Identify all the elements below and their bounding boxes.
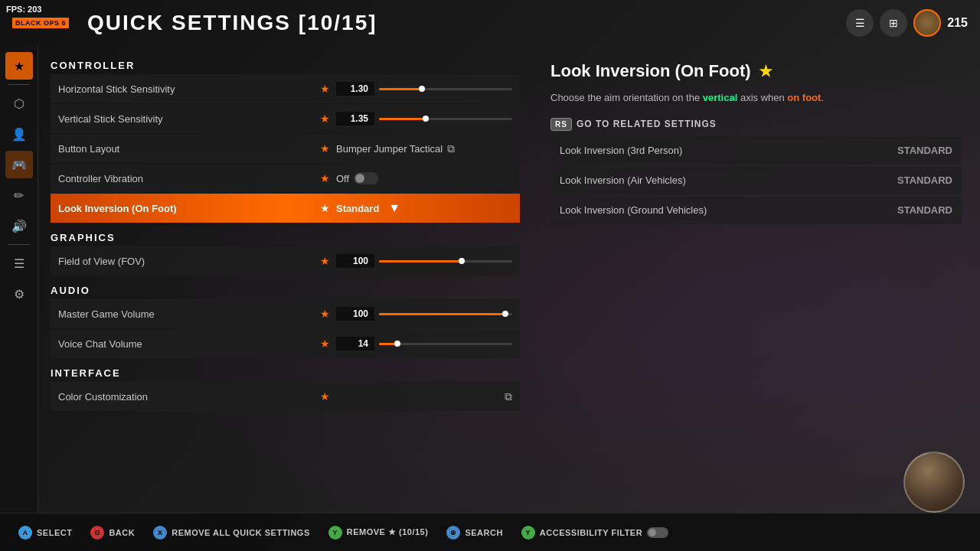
setting-voice-chat-volume[interactable]: Voice Chat Volume ★ 14 <box>51 329 520 358</box>
star-icon: ★ <box>320 83 330 95</box>
sidebar-item-profile[interactable]: 👤 <box>5 120 33 148</box>
related-item-name: Look Inversion (3rd Person) <box>560 145 682 156</box>
external-link-icon: ⧉ <box>505 390 512 403</box>
slider-thumb <box>394 341 400 347</box>
action-remove-all-label: REMOVE ALL QUICK SETTINGS <box>172 528 310 537</box>
external-link-icon: ⧉ <box>447 142 455 155</box>
slider-thumb <box>502 311 508 317</box>
setting-value-box: Bumper Jumper Tactical ⧉ <box>336 142 512 155</box>
avatar <box>913 9 941 37</box>
btn-y-badge: Y <box>328 526 342 540</box>
setting-look-inversion[interactable]: Look Inversion (On Foot) ★ Standard ▼ <box>51 194 520 223</box>
currency-display: 215 <box>947 16 968 30</box>
setting-value-box: 1.35 <box>336 112 512 126</box>
section-graphics: GRAPHICS <box>51 232 520 243</box>
page-title: QUICK SETTINGS [10/15] <box>87 11 377 35</box>
graphics-settings-list: Field of View (FOV) ★ 100 <box>51 246 520 276</box>
panel-title: Look Inversion (On Foot) ★ <box>550 61 962 81</box>
related-item-name: Look Inversion (Air Vehicles) <box>560 174 686 186</box>
setting-controller-vibration[interactable]: Controller Vibration ★ Off <box>51 164 520 193</box>
slider-track[interactable] <box>379 343 512 345</box>
action-select-label: SELECT <box>37 528 72 537</box>
setting-label: Field of View (FOV) <box>58 256 314 267</box>
slider-thumb <box>459 258 465 264</box>
top-bar: BLACK OPS 6 QUICK SETTINGS [10/15] ☰ ⊞ 2… <box>0 0 980 46</box>
sidebar-item-list[interactable]: ☰ <box>5 249 33 277</box>
setting-button-layout[interactable]: Button Layout ★ Bumper Jumper Tactical ⧉ <box>51 134 520 163</box>
action-remove-all[interactable]: X REMOVE ALL QUICK SETTINGS <box>153 526 310 540</box>
value-text: 1.35 <box>336 112 374 126</box>
audio-settings-list: Master Game Volume ★ 100 Voice Chat Volu… <box>51 299 520 358</box>
star-icon: ★ <box>320 112 330 125</box>
setting-label: Horizontal Stick Sensitivity <box>58 83 314 95</box>
setting-value-box: 1.30 <box>336 82 512 96</box>
section-interface: INTERFACE <box>51 367 520 379</box>
action-back[interactable]: B BACK <box>90 526 135 540</box>
star-icon: ★ <box>320 202 330 214</box>
setting-value-box: 100 <box>336 307 512 321</box>
btn-x-badge: X <box>153 526 167 540</box>
sidebar-item-hexagon[interactable]: ⬡ <box>5 90 33 117</box>
sidebar-item-settings[interactable]: ⚙ <box>5 280 33 308</box>
related-item-value: STANDARD <box>897 204 952 216</box>
panel-description: Choose the aim orientation on the vertic… <box>550 90 962 106</box>
action-search[interactable]: ⊕ SEARCH <box>446 526 502 540</box>
sidebar-item-controller[interactable]: 🎮 <box>5 151 33 178</box>
action-search-label: SEARCH <box>465 528 502 537</box>
action-remove[interactable]: Y REMOVE ★ (10/15) <box>328 526 429 540</box>
star-icon: ★ <box>320 390 330 403</box>
slider-track[interactable] <box>379 260 512 262</box>
related-item-1[interactable]: Look Inversion (Air Vehicles) STANDARD <box>550 167 962 194</box>
setting-horizontal-stick[interactable]: Horizontal Stick Sensitivity ★ 1.30 <box>51 74 520 103</box>
action-accessibility[interactable]: Y ACCESSIBILITY FILTER <box>521 526 668 540</box>
setting-value-box: Standard ▼ <box>336 201 512 215</box>
value-label: Bumper Jumper Tactical <box>336 143 443 155</box>
sidebar-divider <box>8 84 30 85</box>
action-back-label: BACK <box>109 528 135 537</box>
star-icon: ★ <box>320 337 330 350</box>
sidebar-item-quicksettings[interactable]: ★ <box>5 52 33 80</box>
grid-icon-btn[interactable]: ⊞ <box>880 9 907 37</box>
setting-label: Color Customization <box>58 391 314 403</box>
related-item-0[interactable]: Look Inversion (3rd Person) STANDARD <box>550 137 962 165</box>
value-text: 14 <box>336 337 374 350</box>
star-icon: ★ <box>320 308 330 320</box>
btn-start-badge: ⊕ <box>446 526 460 540</box>
star-icon: ★ <box>320 142 330 155</box>
accessibility-toggle-knob <box>648 529 656 536</box>
chevron-down-icon: ▼ <box>388 201 400 215</box>
related-settings-header: RS GO TO RELATED SETTINGS <box>550 118 962 131</box>
setting-color-customization[interactable]: Color Customization ★ ⧉ <box>51 382 520 411</box>
setting-value-box: ⧉ <box>336 390 512 403</box>
star-icon: ★ <box>320 255 330 267</box>
action-select[interactable]: A SELECT <box>18 526 72 540</box>
desc-mid: axis when <box>737 92 787 103</box>
panel-title-text: Look Inversion (On Foot) <box>550 61 751 81</box>
toggle-switch[interactable] <box>354 172 378 184</box>
sidebar-item-audio[interactable]: 🔊 <box>5 212 33 240</box>
accessibility-toggle[interactable] <box>647 527 668 538</box>
setting-label: Button Layout <box>58 143 314 155</box>
menu-icon-btn[interactable]: ☰ <box>846 9 874 37</box>
logo-badge: BLACK OPS 6 <box>12 18 69 29</box>
setting-vertical-stick[interactable]: Vertical Stick Sensitivity ★ 1.35 <box>51 104 520 133</box>
related-item-value: STANDARD <box>897 145 952 156</box>
action-accessibility-label: ACCESSIBILITY FILTER <box>540 528 642 537</box>
toggle-knob <box>355 174 364 183</box>
sidebar-item-edit[interactable]: ✏ <box>5 181 33 209</box>
setting-fov[interactable]: Field of View (FOV) ★ 100 <box>51 246 520 276</box>
setting-label: Controller Vibration <box>58 173 314 184</box>
action-remove-label: REMOVE ★ (10/15) <box>347 527 429 537</box>
bottom-bar: A SELECT B BACK X REMOVE ALL QUICK SETTI… <box>0 513 980 551</box>
slider-track[interactable] <box>379 88 512 90</box>
slider-track[interactable] <box>379 118 512 120</box>
value-text: 100 <box>336 254 374 268</box>
slider-track[interactable] <box>379 313 512 315</box>
related-item-2[interactable]: Look Inversion (Ground Vehicles) STANDAR… <box>550 197 962 224</box>
currency-amount: 215 <box>947 16 968 30</box>
slider-fill <box>379 118 426 120</box>
setting-value-box: 100 <box>336 254 512 268</box>
setting-master-volume[interactable]: Master Game Volume ★ 100 <box>51 299 520 328</box>
value-text: 1.30 <box>336 82 374 96</box>
setting-label: Look Inversion (On Foot) <box>58 203 314 214</box>
